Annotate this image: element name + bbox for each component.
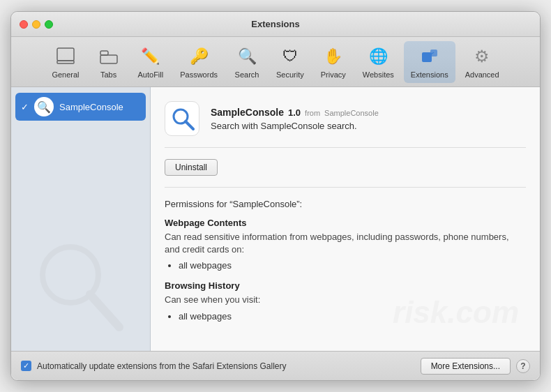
permissions-section: Permissions for “SampleConsole”: Webpage… <box>165 187 526 322</box>
sidebar-item-sampleconsole[interactable]: ✓ 🔍 SampleConsole <box>15 93 146 121</box>
extensions-icon <box>418 45 441 68</box>
toolbar-label-autofill: AutoFill <box>138 70 164 79</box>
toolbar-item-general[interactable]: General <box>45 41 86 83</box>
extension-title-block: SampleConsole 1.0 from SampleConsole Sea… <box>211 107 526 131</box>
permission-item-1-0: all webpages <box>179 311 526 322</box>
svg-rect-1 <box>57 61 74 63</box>
general-icon <box>54 45 77 68</box>
uninstall-section: Uninstall <box>165 159 526 176</box>
window-controls <box>20 20 53 29</box>
main-window: Extensions General Tabs ✏️ <box>10 11 541 381</box>
toolbar-label-search: Search <box>235 70 259 79</box>
permission-item-0-0: all webpages <box>179 260 526 271</box>
more-extensions-button[interactable]: More Extensions... <box>421 358 511 375</box>
auto-update-checkbox[interactable]: ✓ <box>21 361 31 371</box>
toolbar-item-advanced[interactable]: ⚙ Advanced <box>458 41 506 83</box>
passwords-icon: 🔑 <box>188 45 210 68</box>
sidebar: ✓ 🔍 SampleConsole <box>11 87 151 351</box>
extension-description: Search with SampleConsole search. <box>211 121 526 131</box>
svg-rect-0 <box>57 48 74 61</box>
privacy-icon: ✋ <box>322 45 345 68</box>
extension-from-source: SampleConsole <box>324 109 379 117</box>
sidebar-item-label: SampleConsole <box>59 102 123 112</box>
svg-rect-5 <box>430 50 437 56</box>
toolbar-label-websites: Websites <box>363 70 394 79</box>
toolbar-label-security: Security <box>276 70 304 79</box>
svg-rect-3 <box>100 55 117 63</box>
extension-version: 1.0 <box>288 107 301 118</box>
autofill-icon: ✏️ <box>139 45 162 68</box>
toolbar-item-privacy[interactable]: ✋ Privacy <box>314 41 353 83</box>
titlebar: Extensions <box>11 12 540 37</box>
toolbar-label-tabs: Tabs <box>100 70 116 79</box>
minimize-button[interactable] <box>32 20 40 29</box>
toolbar-item-extensions[interactable]: Extensions <box>404 41 455 83</box>
permission-desc-0: Can read sensitive information from webp… <box>165 231 526 256</box>
svg-line-8 <box>90 294 119 327</box>
main-panel: SampleConsole 1.0 from SampleConsole Sea… <box>151 87 540 351</box>
auto-update-label: Automatically update extensions from the… <box>37 361 287 371</box>
toolbar-item-websites[interactable]: 🌐 Websites <box>356 41 401 83</box>
permission-list-1: all webpages <box>165 311 526 322</box>
check-icon: ✓ <box>21 102 29 112</box>
bottom-bar: ✓ Automatically update extensions from t… <box>11 351 540 380</box>
auto-update-section: ✓ Automatically update extensions from t… <box>21 361 287 371</box>
websites-icon: 🌐 <box>367 45 389 68</box>
extension-icon <box>165 101 199 136</box>
toolbar-item-search[interactable]: 🔍 Search <box>227 41 266 83</box>
permission-block-0: Webpage Contents Can read sensitive info… <box>165 218 526 271</box>
close-button[interactable] <box>20 20 28 29</box>
extension-header: SampleConsole 1.0 from SampleConsole Sea… <box>165 101 526 148</box>
uninstall-button[interactable]: Uninstall <box>165 159 218 176</box>
tabs-icon <box>98 45 120 68</box>
svg-rect-4 <box>422 52 432 62</box>
security-icon: 🛡 <box>279 45 301 68</box>
extension-name-line: SampleConsole 1.0 from SampleConsole <box>211 107 526 118</box>
svg-line-10 <box>186 121 193 129</box>
content-area: ✓ 🔍 SampleConsole <box>11 87 540 351</box>
permission-block-1: Browsing History Can see when you visit:… <box>165 280 526 321</box>
toolbar-label-passwords: Passwords <box>180 70 218 79</box>
toolbar-item-passwords[interactable]: 🔑 Passwords <box>173 41 225 83</box>
maximize-button[interactable] <box>45 20 53 29</box>
permission-list-0: all webpages <box>165 260 526 271</box>
toolbar-label-extensions: Extensions <box>411 70 448 79</box>
svg-rect-2 <box>100 51 108 55</box>
advanced-icon: ⚙ <box>471 45 493 68</box>
window-title: Extensions <box>251 19 299 29</box>
toolbar-item-autofill[interactable]: ✏️ AutoFill <box>131 41 171 83</box>
toolbar: General Tabs ✏️ AutoFill 🔑 Passwords <box>11 37 540 87</box>
bottom-buttons: More Extensions... ? <box>421 358 530 375</box>
toolbar-label-privacy: Privacy <box>321 70 346 79</box>
help-button[interactable]: ? <box>516 359 530 373</box>
extension-icon-sidebar: 🔍 <box>34 97 54 116</box>
permissions-heading: Permissions for “SampleConsole”: <box>165 199 526 209</box>
toolbar-label-advanced: Advanced <box>465 70 499 79</box>
extension-from-label: from <box>305 109 320 117</box>
extension-name: SampleConsole <box>211 107 284 118</box>
permission-desc-1: Can see when you visit: <box>165 294 526 306</box>
permission-title-0: Webpage Contents <box>165 218 526 228</box>
permission-title-1: Browsing History <box>165 280 526 291</box>
toolbar-label-general: General <box>52 70 79 79</box>
svg-point-7 <box>43 247 98 303</box>
toolbar-item-security[interactable]: 🛡 Security <box>269 41 311 83</box>
search-icon: 🔍 <box>236 45 258 68</box>
toolbar-item-tabs[interactable]: Tabs <box>89 41 128 83</box>
